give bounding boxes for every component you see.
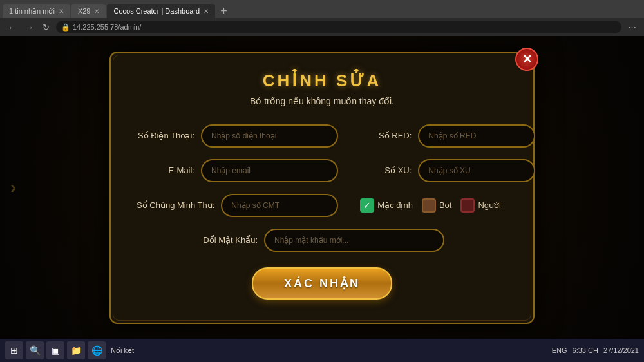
- reload-button[interactable]: ↻: [40, 21, 52, 33]
- xu-row: Số XU:: [354, 159, 535, 182]
- tab-bar: 1 tin nhắn mới ✕ X29 ✕ Cocos Creator | D…: [0, 0, 644, 18]
- password-label: Đổi Mật Khẩu:: [200, 235, 258, 245]
- mac-dinh-label: Mặc định: [377, 200, 413, 210]
- modal-close-button[interactable]: ✕: [515, 48, 538, 71]
- taskbar-left: ⊞ 🔍 ▣ 📁 🌐 Nối kết: [5, 341, 137, 359]
- url-text: 14.225.255.78/admin/: [73, 23, 141, 31]
- confirm-button-wrap: XÁC NHẬN: [137, 267, 507, 300]
- bot-checkbox[interactable]: Bot: [422, 198, 452, 213]
- search-button[interactable]: 🔍: [26, 341, 44, 359]
- tab-1-close[interactable]: ✕: [59, 8, 64, 15]
- new-tab-button[interactable]: +: [216, 5, 231, 18]
- taskbar-app-2[interactable]: 🌐: [88, 341, 106, 359]
- mac-dinh-checkbox[interactable]: ✓ Mặc định: [360, 198, 413, 213]
- red-label: Số RED:: [354, 131, 412, 140]
- taskbar-time: 6:33 CH: [573, 347, 598, 354]
- email-row: E-Mail:: [137, 159, 338, 182]
- close-icon: ✕: [522, 52, 532, 66]
- taskbar-right: ENG 6:33 CH 27/12/2021: [552, 347, 639, 354]
- password-row: Đổi Mật Khẩu:: [137, 229, 507, 252]
- tab-1-label: 1 tin nhắn mới: [9, 7, 55, 15]
- taskbar-date: 27/12/2021: [603, 347, 639, 354]
- nguoi-label: Người: [478, 200, 501, 210]
- forward-button[interactable]: →: [23, 21, 36, 33]
- confirm-button[interactable]: XÁC NHẬN: [252, 267, 392, 300]
- tab-2[interactable]: X29 ✕: [71, 4, 106, 18]
- task-view-button[interactable]: ▣: [46, 341, 64, 359]
- phone-label: Số Điện Thoại:: [137, 131, 194, 140]
- tab-3[interactable]: Cocos Creator | Dashboard ✕: [107, 4, 215, 18]
- password-input[interactable]: [264, 229, 444, 252]
- tab-3-close[interactable]: ✕: [204, 8, 209, 15]
- email-input[interactable]: [201, 159, 338, 182]
- taskbar-noi-ket: Nối kết: [108, 347, 137, 355]
- browser-chrome: 1 tin nhắn mới ✕ X29 ✕ Cocos Creator | D…: [0, 0, 644, 36]
- tab-2-label: X29: [78, 7, 91, 15]
- address-bar[interactable]: 🔒 14.225.255.78/admin/: [56, 21, 621, 33]
- main-content: › ✕ CHỈNH SỬA Bỏ trống nếu không muốn th…: [0, 36, 644, 339]
- nav-bar: ← → ↻ 🔒 14.225.255.78/admin/ ⋯: [0, 18, 644, 36]
- cmt-row: Số Chứng Minh Thư:: [137, 194, 338, 217]
- modal-subtitle: Bỏ trống nếu không muốn thay đổi.: [137, 96, 507, 106]
- taskbar-lang: ENG: [552, 347, 567, 354]
- back-button[interactable]: ←: [5, 21, 19, 33]
- edit-modal: ✕ CHỈNH SỬA Bỏ trống nếu không muốn thay…: [109, 52, 535, 324]
- email-label: E-Mail:: [137, 166, 194, 175]
- nguoi-checkbox[interactable]: Người: [460, 198, 501, 213]
- start-button[interactable]: ⊞: [5, 341, 23, 359]
- tab-2-close[interactable]: ✕: [94, 8, 99, 15]
- nguoi-checkbox-box[interactable]: [460, 198, 475, 213]
- modal-title: CHỈNH SỬA: [137, 71, 507, 91]
- taskbar: ⊞ 🔍 ▣ 📁 🌐 Nối kết ENG 6:33 CH 27/12/2021: [0, 339, 644, 362]
- extensions-button[interactable]: ⋯: [625, 21, 639, 33]
- tab-1[interactable]: 1 tin nhắn mới ✕: [3, 4, 70, 18]
- bot-label: Bot: [439, 200, 452, 210]
- mac-dinh-checkbox-box[interactable]: ✓: [360, 198, 374, 213]
- phone-input[interactable]: [201, 124, 338, 148]
- phone-row: Số Điện Thoại:: [137, 124, 338, 148]
- xu-label: Số XU:: [354, 166, 412, 175]
- cmt-input[interactable]: [221, 194, 338, 217]
- red-input[interactable]: [418, 124, 535, 148]
- form-grid: Số Điện Thoại: Số RED: E-Mail: Số XU:: [137, 124, 507, 217]
- checkbox-row: ✓ Mặc định Bot Người: [354, 194, 535, 217]
- xu-input[interactable]: [418, 159, 535, 182]
- cmt-label: Số Chứng Minh Thư:: [137, 200, 214, 210]
- taskbar-app-1[interactable]: 📁: [67, 341, 85, 359]
- bot-checkbox-box[interactable]: [422, 198, 436, 213]
- modal-overlay: ✕ CHỈNH SỬA Bỏ trống nếu không muốn thay…: [0, 36, 644, 339]
- red-row: Số RED:: [354, 124, 535, 148]
- tab-3-label: Cocos Creator | Dashboard: [113, 7, 200, 15]
